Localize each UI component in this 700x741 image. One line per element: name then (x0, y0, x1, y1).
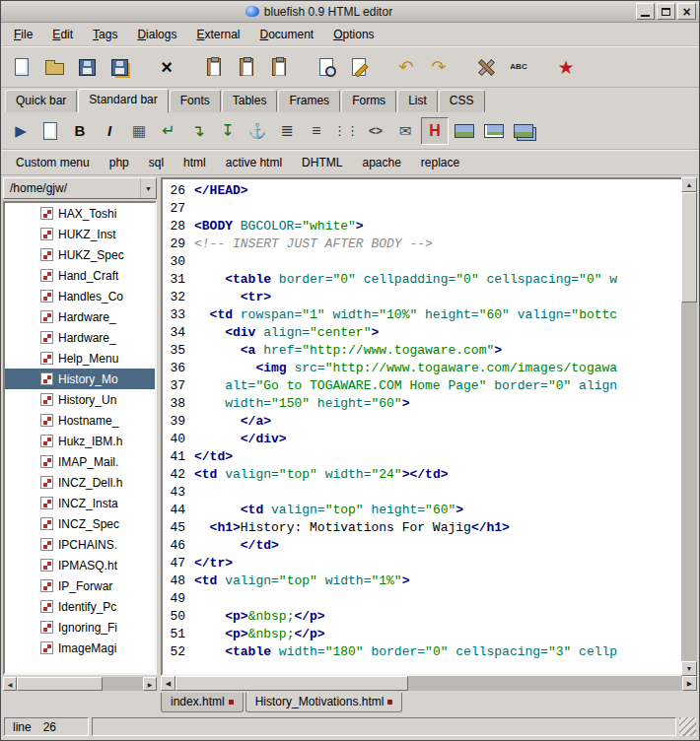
filelist-horizontal-scrollbar[interactable]: ◀ ▶ (3, 677, 157, 691)
scroll-right-button[interactable]: ▶ (143, 677, 157, 691)
code-line[interactable]: 40 </div> (163, 431, 681, 448)
menu-options[interactable]: Options (324, 25, 383, 44)
anchor-button[interactable]: ⚓ (244, 117, 271, 145)
custom-item-apache[interactable]: apache (353, 153, 409, 172)
save-file-button[interactable] (72, 52, 102, 82)
code-line[interactable]: 46 </td> (163, 537, 681, 555)
find-replace-button[interactable] (344, 52, 374, 82)
scroll-up-button[interactable]: ▲ (681, 177, 697, 192)
copy-button[interactable] (199, 52, 229, 82)
paste-button[interactable] (264, 52, 294, 82)
editor-vertical-scrollbar[interactable]: ▲ ▼ (681, 177, 697, 676)
new-file-button[interactable] (7, 52, 36, 82)
bold-button[interactable]: B (66, 117, 94, 145)
file-list-item[interactable]: INCZ_Dell.h (5, 472, 155, 493)
code-line[interactable]: 29<!-- INSERT JUST AFTER BODY --> (163, 236, 681, 253)
file-list-item[interactable]: ImageMagi (5, 638, 155, 658)
code-line[interactable]: 35 <a href="http://www.togaware.com"> (163, 342, 681, 360)
close-button[interactable]: × (677, 3, 696, 20)
break-clear-all-button[interactable]: ↴ (184, 117, 212, 145)
menu-file[interactable]: File (5, 25, 41, 44)
file-list-item[interactable]: IP_Forwar (5, 575, 155, 596)
quickstart-button[interactable]: ▶ (7, 117, 35, 145)
menu-external[interactable]: External (187, 25, 248, 44)
tab-css[interactable]: CSS (439, 90, 485, 112)
custom-item-active-html[interactable]: active html (217, 153, 291, 172)
code-line[interactable]: 38 width="150" height="60"> (163, 395, 681, 413)
doc-tab-index-html[interactable]: index.html (161, 693, 244, 712)
insert-image-button[interactable] (451, 117, 478, 145)
file-list-item[interactable]: History_Mo (5, 369, 155, 389)
custom-item-replace[interactable]: replace (412, 153, 468, 172)
menu-tags[interactable]: Tags (84, 25, 126, 44)
file-list-item[interactable]: INCZ_Insta (5, 493, 155, 513)
titlebar[interactable]: bluefish 0.9 HTML editor × (1, 1, 699, 23)
tab-tables[interactable]: Tables (222, 90, 278, 112)
multi-thumbnail-button[interactable] (510, 117, 537, 145)
heading-button[interactable]: H (421, 117, 449, 145)
email-button[interactable]: ✉ (391, 117, 419, 145)
code-line[interactable]: 28<BODY BGCOLOR="white"> (163, 218, 681, 236)
code-line[interactable]: 47</tr> (163, 555, 681, 573)
code-line[interactable]: 43 (163, 484, 681, 502)
comment-button[interactable]: <> (362, 117, 389, 145)
rule-button[interactable]: ≣ (273, 117, 301, 145)
file-list-item[interactable]: History_Un (5, 389, 155, 410)
editor-horizontal-scrollbar[interactable]: ◀ ▶ (161, 676, 697, 691)
scroll-left-button[interactable]: ◀ (3, 677, 17, 691)
scrollbar-thumb[interactable] (17, 677, 103, 691)
custom-item-html[interactable]: html (175, 153, 215, 172)
maximize-button[interactable] (657, 3, 675, 20)
code-line[interactable]: 31 <table border="0" cellpadding="0" cel… (163, 271, 681, 289)
code-line[interactable]: 37 alt="Go to TOGAWARE.COM Home Page" bo… (163, 377, 681, 395)
tab-list[interactable]: List (397, 90, 438, 112)
save-as-button[interactable] (105, 52, 134, 82)
doc-tab-history-motivations-html[interactable]: History_Motivations.html (245, 693, 403, 712)
menu-document[interactable]: Document (251, 25, 323, 44)
paragraph-button[interactable]: ↧ (214, 117, 242, 145)
code-line[interactable]: 51 <p>&nbsp;</p> (163, 626, 681, 643)
code-line[interactable]: 36 <img src="http://www.togaware.com/ima… (163, 360, 681, 377)
bluefish-logo-button[interactable]: ★ (551, 52, 581, 82)
tab-standard-bar[interactable]: Standard bar (78, 89, 168, 113)
file-list-item[interactable]: IPCHAINS. (5, 534, 155, 555)
file-list-item[interactable]: HUKZ_Inst (5, 224, 155, 244)
file-list-item[interactable]: Identify_Pc (5, 596, 155, 617)
menu-dialogs[interactable]: Dialogs (128, 25, 185, 44)
external-tools-button[interactable] (471, 52, 501, 82)
file-list-item[interactable]: Hand_Craft (5, 265, 155, 286)
code-line[interactable]: 30 (163, 253, 681, 271)
file-list-item[interactable]: INCZ_Spec (5, 513, 155, 534)
code-line[interactable]: 42<td valign="top" width="24"></td> (163, 466, 681, 484)
scrollbar-thumb[interactable] (681, 192, 697, 303)
scrollbar-track[interactable] (17, 677, 143, 691)
chevron-down-icon[interactable]: ▼ (140, 178, 156, 198)
code-line[interactable]: 44 <td valign="top" height="60"> (163, 502, 681, 519)
scrollbar-thumb[interactable] (175, 676, 408, 691)
custom-menu-button[interactable]: Custom menu (7, 153, 99, 172)
file-list-item[interactable]: HAX_Toshi (5, 203, 155, 224)
code-line[interactable]: 50 <p>&nbsp;</p> (163, 608, 681, 626)
thumbnail-button[interactable] (480, 117, 508, 145)
scroll-right-button[interactable]: ▶ (682, 676, 697, 691)
file-list-item[interactable]: Hardware_ (5, 306, 155, 327)
break-button[interactable]: ↵ (155, 117, 182, 145)
scroll-down-button[interactable]: ▼ (681, 661, 697, 676)
open-file-button[interactable] (39, 52, 69, 82)
close-file-button[interactable]: × (152, 52, 181, 82)
file-list-item[interactable]: Handles_Co (5, 286, 155, 306)
code-line[interactable]: 34 <div align="center"> (163, 324, 681, 342)
custom-item-dhtml[interactable]: DHTML (293, 153, 351, 172)
tab-fonts[interactable]: Fonts (170, 90, 221, 112)
center-button[interactable]: ≡ (303, 117, 330, 145)
file-list-item[interactable]: IPMASQ.ht (5, 555, 155, 575)
tab-frames[interactable]: Frames (278, 90, 340, 112)
file-list-item[interactable]: Ignoring_Fi (5, 617, 155, 638)
file-list-item[interactable]: Help_Menu (5, 348, 155, 369)
find-button[interactable] (312, 52, 341, 82)
code-line[interactable]: 41</td> (163, 448, 681, 466)
code-line[interactable]: 52 <table width="180" border="0" cellspa… (163, 643, 681, 661)
spellcheck-button[interactable]: ABC (504, 52, 533, 82)
italic-button[interactable]: I (96, 117, 123, 145)
file-list-item[interactable]: Hardware_ (5, 327, 155, 348)
